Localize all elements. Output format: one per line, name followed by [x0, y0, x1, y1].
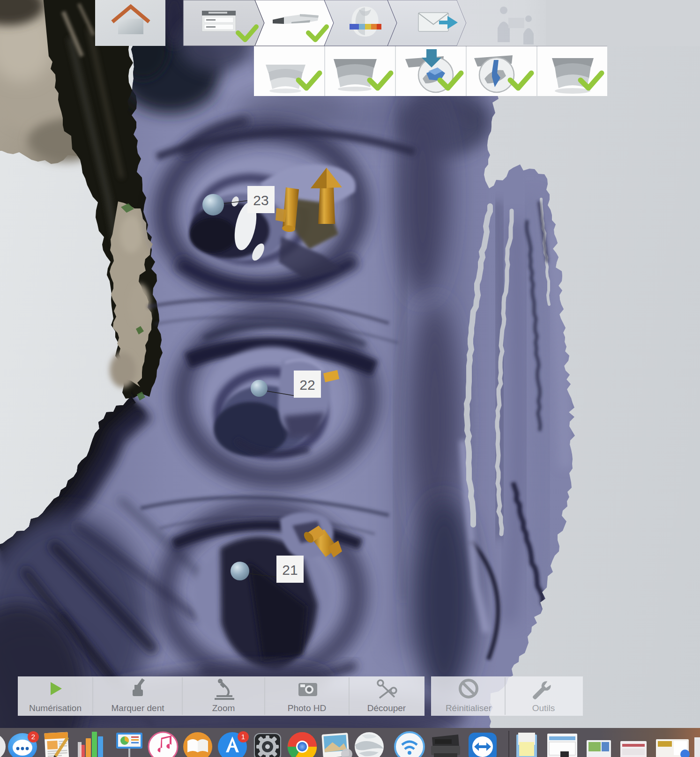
- svg-text:Photo HD: Photo HD: [288, 703, 326, 713]
- svg-text:2: 2: [31, 733, 35, 741]
- svg-text:Marquer dent: Marquer dent: [111, 703, 164, 713]
- svg-text:Numérisation: Numérisation: [29, 703, 82, 713]
- svg-text:23: 23: [253, 193, 268, 208]
- svg-text:Réinitialiser: Réinitialiser: [446, 703, 492, 713]
- svg-text:Découper: Découper: [367, 703, 406, 713]
- svg-text:Zoom: Zoom: [212, 703, 235, 713]
- svg-text:22: 22: [299, 377, 315, 393]
- svg-text:Outils: Outils: [532, 703, 555, 713]
- svg-text:21: 21: [282, 562, 298, 578]
- svg-text:1: 1: [241, 733, 245, 741]
